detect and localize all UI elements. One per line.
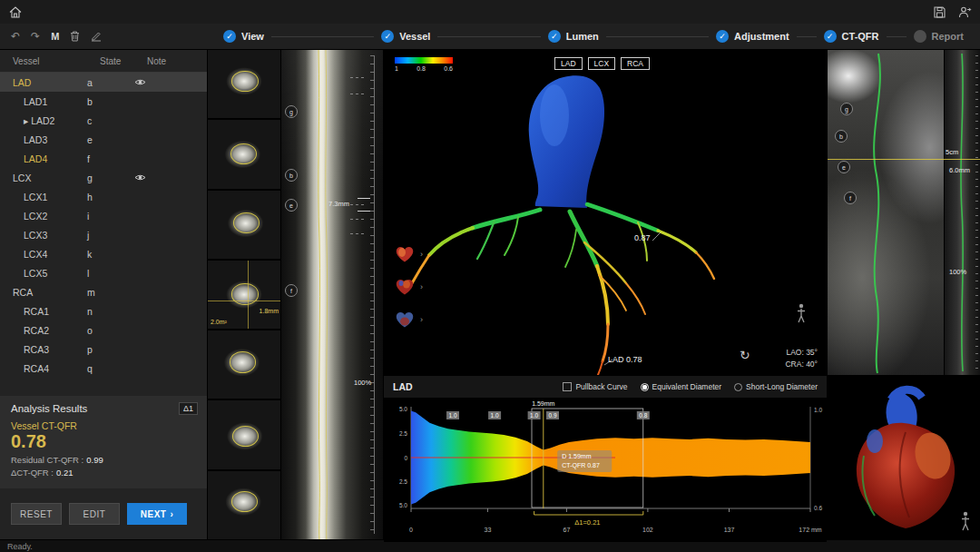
delta-badge[interactable]: Δ1 <box>179 402 198 415</box>
equivalent-diameter-radio[interactable]: Equivalent Diameter <box>641 382 722 391</box>
vessel-row[interactable]: LAD4f <box>0 149 207 168</box>
undo-icon[interactable]: ↶ <box>11 31 20 42</box>
delta-ctqfr-row: ΔCT-QFR :0.21 <box>11 468 196 478</box>
user-export-icon[interactable] <box>958 6 971 18</box>
vessel-state: q <box>87 363 134 374</box>
pending-icon <box>914 30 926 43</box>
vessel-note <box>134 78 207 86</box>
marker-e[interactable]: e <box>285 199 298 212</box>
eye-icon[interactable] <box>134 78 146 86</box>
vessel-row[interactable]: LCXg <box>0 168 207 187</box>
heart-rendering-viewport[interactable] <box>828 376 980 539</box>
heart-orientation-thumbnail-2[interactable]: › <box>393 277 423 297</box>
vessel-row[interactable]: LCX3j <box>0 225 207 244</box>
svg-text:102: 102 <box>642 527 653 533</box>
ct-qfr-application-window: ↶ ↷ M ✓View✓Vessel✓Lumen✓Adjustment✓CT-Q… <box>0 0 980 552</box>
curved-mpr-viewport[interactable]: g b e f 5cm 6.0mm 100% <box>828 50 980 375</box>
measure-tick <box>358 211 370 212</box>
reference-diameter-label: 7.3mm <box>328 200 349 208</box>
marker-g[interactable]: g <box>285 105 298 118</box>
cross-section-thumbnail[interactable]: 2.0m²1.8mm <box>208 261 280 329</box>
center-column: 1 0.8 0.6 LAD LCX RCA <box>384 50 827 539</box>
vessel-row[interactable]: RCA1n <box>0 301 207 320</box>
diameter-profile-chart[interactable]: 1.59mm1.01.01.00.90.8D 1.59mmCT-QFR 0.87… <box>384 398 827 542</box>
cross-section-thumbnail[interactable] <box>208 330 280 399</box>
cross-section-thumbnail[interactable] <box>208 400 280 468</box>
vessel-state: o <box>87 325 134 336</box>
vessel-state: a <box>87 77 134 88</box>
tab-lumen[interactable]: ✓Lumen <box>548 30 599 43</box>
vessel-table: Vessel State Note LADaLAD1b▸ LAD2cLAD3eL… <box>0 50 207 396</box>
next-button[interactable]: NEXT› <box>127 503 187 525</box>
marker-b[interactable]: b <box>835 130 848 143</box>
vessel-row[interactable]: RCA2o <box>0 320 207 340</box>
redo-icon[interactable]: ↷ <box>31 31 40 42</box>
vessel-name: LCX5 <box>0 268 87 279</box>
vessel-row[interactable]: LCX1h <box>0 187 207 206</box>
edit-note-icon[interactable] <box>91 31 102 42</box>
check-icon: ✓ <box>716 30 729 43</box>
svg-text:0.9: 0.9 <box>548 412 556 419</box>
marker-f[interactable]: f <box>285 284 298 297</box>
rotate-view-icon[interactable]: ↻ <box>740 348 750 362</box>
tab-label: Report <box>932 31 964 42</box>
vessel-row[interactable]: LCX5l <box>0 263 207 282</box>
cross-section-thumbnail[interactable] <box>208 120 280 188</box>
heart-orientation-thumbnail-3[interactable]: › <box>393 310 423 330</box>
vessel-row[interactable]: RCA3p <box>0 340 207 359</box>
short-long-diameter-radio[interactable]: Short-Long Diameter <box>734 382 818 391</box>
vessel-row[interactable]: LAD3e <box>0 130 207 149</box>
lcx-toggle-button[interactable]: LCX <box>588 57 616 70</box>
next-chevron-icon: › <box>170 509 173 519</box>
svg-text:1.0: 1.0 <box>814 407 822 413</box>
edit-button[interactable]: EDIT <box>69 503 120 525</box>
heart-orientation-thumbnail-1[interactable]: › <box>393 244 423 264</box>
svg-text:67: 67 <box>564 527 571 533</box>
rca-toggle-button[interactable]: RCA <box>621 57 650 70</box>
tab-label: Vessel <box>399 31 430 42</box>
vessel-row[interactable]: LAD1b <box>0 92 207 111</box>
cross-section-thumbnail[interactable] <box>208 471 280 539</box>
cra-angle: CRA: 40° <box>785 360 818 369</box>
marker-e[interactable]: e <box>838 161 850 173</box>
vessel-row[interactable]: LADa <box>0 73 207 92</box>
crosshair-line[interactable] <box>828 159 980 160</box>
tab-label: View <box>241 31 264 42</box>
vessel-state: g <box>87 172 134 183</box>
tab-adjustment[interactable]: ✓Adjustment <box>716 30 789 43</box>
eye-icon[interactable] <box>134 173 146 182</box>
vessel-row[interactable]: RCA4q <box>0 359 207 378</box>
vessel-state: k <box>87 249 134 260</box>
workflow-step-tabs: ✓View✓Vessel✓Lumen✓Adjustment✓CT-QFRRepo… <box>207 30 980 43</box>
vessel-row[interactable]: LCX4k <box>0 244 207 263</box>
tab-ct-qfr[interactable]: ✓CT-QFR <box>824 30 879 43</box>
vessel-row[interactable]: RCAm <box>0 282 207 301</box>
check-icon: ✓ <box>223 30 236 43</box>
save-icon[interactable] <box>934 6 946 18</box>
cross-section-thumbnail[interactable] <box>208 191 280 259</box>
delta-bracket <box>534 511 643 515</box>
tab-report[interactable]: Report <box>914 30 964 43</box>
volume-rendering-viewport[interactable]: 1 0.8 0.6 LAD LCX RCA <box>384 50 827 375</box>
vessel-table-body: LADaLAD1b▸ LAD2cLAD3eLAD4fLCXgLCX1hLCX2i… <box>0 73 207 378</box>
cross-section-thumbnail[interactable] <box>208 50 280 118</box>
vessel-name: RCA2 <box>0 325 87 336</box>
reset-button[interactable]: RESET <box>11 503 62 525</box>
home-icon[interactable] <box>9 6 22 18</box>
pullback-curve-checkbox[interactable]: Pullback Curve <box>563 382 627 391</box>
svg-text:1.0: 1.0 <box>448 412 456 419</box>
delete-icon[interactable] <box>70 31 80 42</box>
lad-toggle-button[interactable]: LAD <box>554 57 583 70</box>
marker-b[interactable]: b <box>285 169 298 182</box>
tab-vessel[interactable]: ✓Vessel <box>381 30 430 43</box>
measure-tool-button[interactable]: M <box>51 31 59 42</box>
qfr-colorbar: 1 0.8 0.6 <box>395 57 453 72</box>
vessel-row[interactable]: LCX2i <box>0 206 207 225</box>
vessel-row[interactable]: ▸ LAD2c <box>0 111 207 130</box>
crosshair-horizontal <box>208 301 280 301</box>
vessel-state: n <box>87 306 134 317</box>
tab-view[interactable]: ✓View <box>223 30 264 43</box>
straightened-vessel-panel[interactable]: g b e f 7.3mm 100% <box>281 50 383 539</box>
marker-f[interactable]: f <box>844 192 857 204</box>
marker-g[interactable]: g <box>840 103 853 115</box>
